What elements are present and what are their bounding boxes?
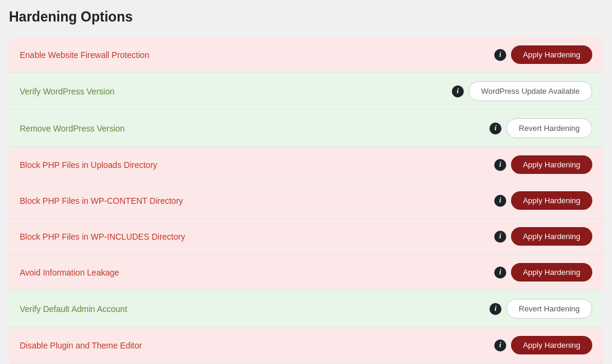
row-label-admin-account: Verify Default Admin Account [20, 304, 489, 314]
hardening-row: Block PHP Files in WP-INCLUDES Directory… [9, 219, 603, 255]
info-icon[interactable]: i [494, 195, 506, 207]
info-icon[interactable]: i [494, 231, 506, 243]
apply-hardening-button[interactable]: Apply Hardening [511, 263, 592, 282]
info-icon[interactable]: i [494, 159, 506, 171]
row-actions-php-uploads: iApply Hardening [494, 155, 592, 174]
revert-hardening-button[interactable]: Revert Hardening [506, 299, 592, 319]
row-actions-wp-version: iWordPress Update Available [452, 81, 592, 101]
apply-hardening-button[interactable]: Apply Hardening [511, 336, 592, 354]
info-icon[interactable]: i [489, 123, 501, 134]
page-title: Hardening Options [9, 6, 603, 28]
hardening-row: Avoid Information LeakageiApply Hardenin… [9, 255, 603, 290]
hardening-row: Block PHP Files in WP-CONTENT Directoryi… [9, 183, 603, 219]
hardening-row: Remove WordPress VersioniRevert Hardenin… [9, 110, 603, 147]
row-label-firewall: Enable Website Firewall Protection [20, 50, 494, 60]
hardening-row: Block PHP Files in Uploads DirectoryiApp… [9, 147, 603, 183]
page-container: Hardening Options Enable Website Firewal… [0, 6, 612, 364]
row-actions-plugin-editor: iApply Hardening [494, 336, 592, 354]
apply-hardening-button[interactable]: Apply Hardening [511, 227, 592, 246]
row-actions-php-content: iApply Hardening [494, 191, 592, 210]
row-label-remove-wp-version: Remove WordPress Version [20, 124, 489, 133]
row-actions-admin-account: iRevert Hardening [489, 299, 592, 319]
info-icon[interactable]: i [494, 339, 506, 351]
row-label-php-content: Block PHP Files in WP-CONTENT Directory [20, 196, 494, 206]
hardening-row: Verify WordPress VersioniWordPress Updat… [9, 73, 603, 110]
info-icon[interactable]: i [489, 303, 501, 315]
row-actions-php-includes: iApply Hardening [494, 227, 592, 246]
row-actions-firewall: iApply Hardening [494, 45, 592, 64]
row-label-plugin-editor: Disable Plugin and Theme Editor [20, 341, 494, 350]
revert-hardening-button[interactable]: WordPress Update Available [469, 81, 592, 101]
row-actions-info-leakage: iApply Hardening [494, 263, 592, 282]
row-label-php-uploads: Block PHP Files in Uploads Directory [20, 160, 494, 170]
hardening-row: Disable Plugin and Theme EditoriApply Ha… [9, 328, 603, 363]
hardening-row: Enable Website Firewall ProtectioniApply… [9, 37, 603, 73]
hardening-row: Verify Default Admin AccountiRevert Hard… [9, 290, 603, 328]
apply-hardening-button[interactable]: Apply Hardening [511, 45, 592, 64]
info-icon[interactable]: i [494, 267, 506, 279]
row-actions-remove-wp-version: iRevert Hardening [489, 118, 592, 138]
info-icon[interactable]: i [494, 49, 506, 61]
hardening-list: Enable Website Firewall ProtectioniApply… [9, 37, 603, 364]
apply-hardening-button[interactable]: Apply Hardening [511, 191, 592, 210]
apply-hardening-button[interactable]: Apply Hardening [511, 155, 592, 174]
row-label-info-leakage: Avoid Information Leakage [20, 268, 494, 277]
row-label-php-includes: Block PHP Files in WP-INCLUDES Directory [20, 232, 494, 241]
row-label-wp-version: Verify WordPress Version [20, 87, 452, 96]
info-icon[interactable]: i [452, 85, 464, 97]
revert-hardening-button[interactable]: Revert Hardening [506, 118, 592, 138]
